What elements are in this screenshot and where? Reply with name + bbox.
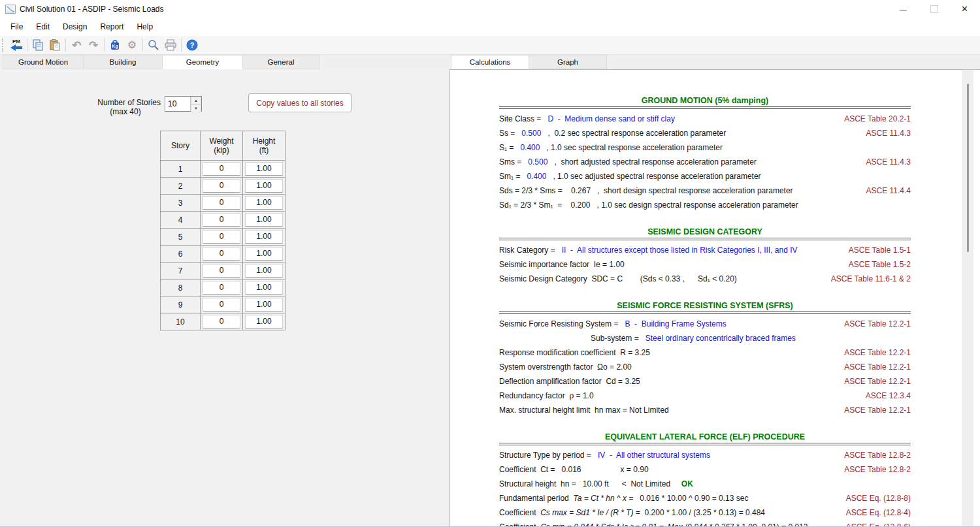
tab-geometry[interactable]: Geometry — [162, 55, 243, 69]
story-number: 10 — [161, 313, 201, 330]
stepper-up-icon[interactable]: ▲ — [191, 97, 201, 104]
close-button[interactable]: ✕ — [949, 0, 980, 18]
section-title: EQUIVALENT LATERAL FORCE (ELF) PROCEDURE — [499, 432, 911, 441]
menu-design[interactable]: Design — [56, 20, 93, 34]
tab-building[interactable]: Building — [83, 55, 163, 69]
help-icon: ? — [186, 39, 198, 51]
toolbar-separator — [27, 39, 27, 52]
section-title: SEISMIC FORCE RESISTING SYSTEM (SFRS) — [499, 301, 911, 310]
height-field[interactable]: 1.00 — [245, 179, 283, 193]
table-row: 201.00 — [161, 178, 286, 195]
menu-bar: File Edit Design Report Help — [0, 18, 980, 36]
section-sfrs: SEISMIC FORCE RESISTING SYSTEM (SFRS) Se… — [499, 301, 911, 417]
calc-row: Deflection amplification factor Cd = 3.2… — [499, 374, 911, 389]
tab-calculations[interactable]: Calculations — [451, 55, 529, 69]
calc-row: Sub-system = Steel ordinary concentrical… — [499, 331, 911, 345]
calc-row: Seismic Design Category SDC = C (Sds < 0… — [499, 272, 911, 286]
calc-row: Max. structural height limit hn max = No… — [499, 403, 911, 417]
height-field[interactable]: 1.00 — [245, 230, 283, 244]
help-button[interactable]: ? — [184, 37, 201, 53]
units-button[interactable]: Kg — [106, 37, 123, 53]
calc-row: Sm₁ = 0.400 , 1.0 sec adjusted spectral … — [499, 169, 911, 184]
table-row: 501.00 — [161, 229, 286, 246]
back-arrow-icon — [10, 44, 22, 51]
story-number: 4 — [161, 212, 201, 229]
gear-icon: ⚙ — [127, 40, 137, 50]
window-controls: — ✕ — [888, 0, 980, 18]
toolbar-separator — [104, 39, 105, 52]
weight-field[interactable]: 0 — [203, 213, 240, 227]
height-field[interactable]: 1.00 — [245, 315, 283, 328]
window-title: Civil Solution 01 - ASDIP - Seismic Load… — [20, 5, 164, 14]
app-window: { "window": { "title": "Civil Solution 0… — [0, 0, 980, 527]
section-rule — [499, 311, 911, 314]
table-row: 901.00 — [161, 296, 286, 313]
height-field[interactable]: 1.00 — [245, 247, 283, 261]
section-seismic-design-category: SEISMIC DESIGN CATEGORY Risk Category = … — [499, 227, 911, 286]
calc-row: Risk Category = II - All structures exce… — [499, 243, 911, 257]
story-number: 8 — [161, 279, 201, 296]
number-of-stories-input[interactable] — [165, 97, 190, 111]
number-of-stories-stepper: ▲ ▼ — [165, 96, 202, 112]
weight-field[interactable]: 0 — [203, 264, 240, 278]
weight-field[interactable]: 0 — [203, 179, 240, 193]
height-field[interactable]: 1.00 — [245, 264, 283, 278]
settings-button[interactable]: ⚙ — [123, 37, 140, 53]
project-manager-button[interactable]: PM — [8, 37, 25, 53]
preview-button[interactable] — [145, 37, 162, 53]
menu-help[interactable]: Help — [130, 20, 159, 34]
redo-button[interactable]: ↷ — [85, 37, 102, 53]
maximize-button[interactable] — [919, 0, 949, 18]
geometry-panel: Number of Stories (max 40) ▲ ▼ Copy valu… — [0, 69, 447, 527]
tab-general[interactable]: General — [242, 55, 319, 69]
print-button[interactable] — [162, 37, 179, 53]
paste-icon — [49, 39, 61, 51]
height-field[interactable]: 1.00 — [245, 162, 283, 176]
minimize-button[interactable]: — — [888, 0, 919, 18]
section-title: GROUND MOTION (5% damping) — [499, 96, 911, 105]
height-field[interactable]: 1.00 — [245, 196, 283, 210]
scrollbar-thumb[interactable] — [967, 84, 969, 252]
calc-row: Structural height hn = 10.00 ft < Not Li… — [499, 477, 911, 491]
maximize-icon — [930, 5, 938, 13]
calc-row: Structure Type by period = IV - All othe… — [499, 448, 911, 462]
height-field[interactable]: 1.00 — [245, 213, 283, 227]
weight-field[interactable]: 0 — [203, 281, 240, 295]
height-field[interactable]: 1.00 — [245, 298, 283, 311]
kg-units-icon: Kg — [109, 39, 121, 51]
section-elf-procedure: EQUIVALENT LATERAL FORCE (ELF) PROCEDURE… — [499, 432, 911, 527]
tab-ground-motion[interactable]: Ground Motion — [3, 55, 84, 69]
weight-field[interactable]: 0 — [203, 298, 240, 311]
section-title: SEISMIC DESIGN CATEGORY — [499, 227, 911, 236]
weight-field[interactable]: 0 — [203, 247, 240, 261]
toolbar: PM ↶ ↷ Kg ⚙ ? — [0, 36, 980, 55]
menu-edit[interactable]: Edit — [29, 20, 56, 34]
copy-values-button[interactable]: Copy values to all stories — [248, 93, 351, 112]
undo-button[interactable]: ↶ — [68, 37, 85, 53]
title-bar: Civil Solution 01 - ASDIP - Seismic Load… — [0, 0, 980, 18]
number-of-stories-label: Number of Stories (max 40) — [90, 98, 161, 116]
toolbar-grip[interactable] — [2, 39, 5, 52]
weight-field[interactable]: 0 — [203, 315, 240, 328]
paste-button[interactable] — [46, 37, 63, 53]
magnifier-icon — [148, 39, 159, 51]
menu-file[interactable]: File — [4, 20, 29, 34]
calc-row: Coefficient Cs max = Sd1 * Ie / (R * T) … — [499, 505, 911, 520]
weight-field[interactable]: 0 — [203, 196, 240, 210]
stepper-down-icon[interactable]: ▼ — [191, 104, 201, 112]
height-field[interactable]: 1.00 — [245, 281, 283, 295]
calculations-panel: GROUND MOTION (5% damping) Site Class = … — [449, 69, 980, 527]
table-row: 301.00 — [161, 195, 286, 212]
section-rule — [499, 106, 911, 109]
table-row: 801.00 — [161, 279, 286, 296]
calc-row: Redundancy factor ρ = 1.0ASCE 12.3.4 — [499, 389, 911, 403]
menu-report[interactable]: Report — [93, 20, 130, 34]
tab-graph[interactable]: Graph — [529, 55, 607, 69]
table-row: 101.00 — [161, 161, 286, 178]
weight-field[interactable]: 0 — [203, 230, 240, 244]
app-icon — [5, 5, 16, 14]
calc-row: Seismic importance factor Ie = 1.00ASCE … — [499, 257, 911, 272]
stepper-buttons: ▲ ▼ — [190, 97, 201, 111]
weight-field[interactable]: 0 — [203, 162, 240, 176]
copy-button[interactable] — [29, 37, 46, 53]
